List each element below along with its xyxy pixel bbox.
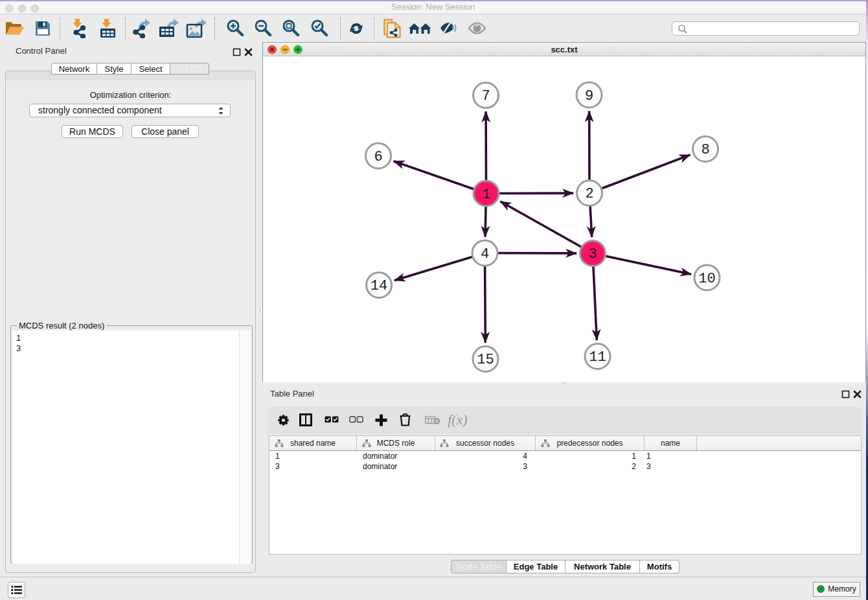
svg-text:9: 9 bbox=[585, 88, 593, 104]
svg-text:3: 3 bbox=[588, 246, 597, 262]
svg-text:11: 11 bbox=[589, 349, 606, 365]
svg-text:8: 8 bbox=[701, 142, 709, 158]
svg-text:2: 2 bbox=[585, 186, 593, 202]
svg-text:14: 14 bbox=[371, 278, 387, 294]
svg-text:6: 6 bbox=[374, 149, 382, 165]
svg-text:4: 4 bbox=[481, 246, 489, 262]
svg-text:1: 1 bbox=[482, 187, 490, 203]
svg-text:7: 7 bbox=[481, 88, 490, 104]
svg-text:10: 10 bbox=[698, 271, 715, 287]
svg-text:15: 15 bbox=[477, 352, 494, 368]
